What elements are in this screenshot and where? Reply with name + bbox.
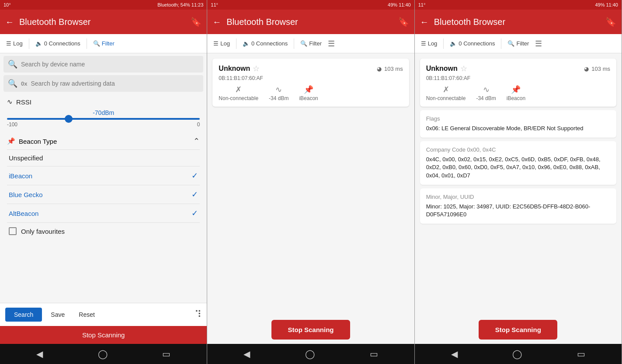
beacon-header[interactable]: 📌 Beacon Type ⌃ [7,133,200,149]
star-icon-0[interactable]: ☆ [253,64,260,73]
recents-nav-3[interactable]: ▭ [570,345,592,363]
time-3: 11:40 [606,2,618,7]
detail-type-label: iBeacon [507,95,525,101]
bookmark-icon-3[interactable]: 🔖 [605,17,616,27]
uuid-value: Minor: 1025, Major: 34987, UUID: E2C56DB… [426,203,610,218]
filter-tab-2[interactable]: 🔍 Filter [298,38,324,49]
filter-options-icon-2[interactable]: ☰ [328,39,335,49]
only-favourites-row[interactable]: Only favourites [7,222,200,239]
app-bar-1: ← Bluetooth Browser 🔖 [0,10,207,34]
connections-label-1: 0 Connections [44,40,80,47]
connections-tab-2[interactable]: 🔈 0 Connections [240,38,290,49]
beacon-type-label: Beacon Type [19,138,57,145]
beacon-item-ibeacon[interactable]: iBeacon ✓ [7,166,200,185]
battery-1: 54% [181,2,190,7]
battery-3: 49% [595,2,605,7]
filter-tab-1[interactable]: 🔍 Filter [90,38,117,49]
log-tab-3[interactable]: ☰ Log [418,38,440,49]
status-right-3: 49% 11:40 [595,2,618,7]
device-connectable-0: ✗ Non-connectable [219,85,258,101]
device-card-header-0: Unknown ☆ ◕ 103 ms [219,64,403,73]
device-signal-0: ∿ -34 dBm [269,85,288,101]
search-device-name-input[interactable] [21,61,199,68]
device-interval-0: 103 ms [384,66,403,72]
sub-toolbar-2: ☰ Log 🔈 0 Connections 🔍 Filter ☰ [207,34,414,53]
slider-track [7,118,200,120]
device-card-0[interactable]: Unknown ☆ ◕ 103 ms 0B:11:B1:07:60:AF ✗ N… [212,59,409,107]
sub-toolbar-3: ☰ Log 🔈 0 Connections 🔍 Filter ☰ [415,34,622,53]
back-nav-2[interactable]: ◀ [236,345,257,363]
beacon-altbeacon-label: AltBeacon [9,210,38,217]
stop-scanning-button-2[interactable]: Stop Scanning [271,320,350,340]
connections-tab-1[interactable]: 🔈 0 Connections [33,38,83,49]
save-button[interactable]: Save [45,308,70,322]
status-bar-1: 10° Bluetooth; 54% 11:23 [0,0,207,10]
connections-icon-1: 🔈 [35,40,42,47]
log-tab-2[interactable]: ☰ Log [211,38,233,49]
rssi-label: ∿ RSSI [7,98,200,106]
beacon-ibeacon-label: iBeacon [9,172,32,180]
back-button-3[interactable]: ← [420,17,429,27]
divider-1a [29,38,29,49]
status-temp-2: 11° [211,2,218,7]
reset-button[interactable]: Reset [73,308,100,322]
recents-nav-2[interactable]: ▭ [363,345,385,363]
back-nav-1[interactable]: ◀ [29,345,50,363]
home-nav-2[interactable]: ◯ [298,345,322,363]
detail-wifi-icon: ∿ [483,85,490,94]
device-list: Unknown ☆ ◕ 103 ms 0B:11:B1:07:60:AF ✗ N… [207,53,414,315]
detail-star-icon[interactable]: ☆ [460,64,467,73]
status-bar-3: 11° 49% 11:40 [415,0,622,10]
app-bar-title-2: Bluetooth Browser [226,17,393,27]
device-header-right-0: ◕ 103 ms [377,66,403,72]
favourites-checkbox[interactable] [9,227,17,235]
home-nav-3[interactable]: ◯ [505,345,529,363]
bluetooth-prop-icon-0: ✗ [235,85,242,94]
device-type-0: 📌 iBeacon [299,85,318,101]
favourites-label: Only favourites [21,228,65,235]
bookmark-icon-2[interactable]: 🔖 [398,17,409,27]
log-tab-1[interactable]: ☰ Log [3,38,25,49]
flags-title: Flags [426,115,610,122]
recents-nav-1[interactable]: ▭ [155,345,177,363]
connections-tab-3[interactable]: 🔈 0 Connections [447,38,497,49]
chevron-up-icon[interactable]: ⌃ [193,136,200,146]
filter-label-3: Filter [516,40,529,47]
search-device-name-row[interactable]: 🔍 [3,56,203,73]
status-temp-1: 10° [3,2,11,7]
rssi-slider[interactable] [7,118,200,120]
divider-2a [236,38,236,49]
detail-device-card[interactable]: Unknown ☆ ◕ 103 ms 0B:11:B1:07:60:AF ✗ N… [420,59,616,107]
divider-1b [87,38,87,49]
beacon-bluegecko-label: Blue Gecko [9,191,43,198]
slider-labels: -100 0 [7,121,200,128]
log-icon-3: ☰ [421,40,426,47]
back-nav-3[interactable]: ◀ [444,345,465,363]
detail-signal: ∿ -34 dBm [476,85,496,101]
search-button[interactable]: Search [5,308,42,322]
location-icon: 📌 [7,137,15,145]
back-button-1[interactable]: ← [5,17,14,27]
close-filter-button[interactable]: ⠹ [195,309,202,320]
detail-section: Flags 0x06: LE General Discoverable Mode… [415,107,622,315]
divider-2b [294,38,294,49]
stop-scanning-button-3[interactable]: Stop Scanning [479,320,557,340]
filter-options-icon-3[interactable]: ☰ [535,39,542,49]
filter-label-2: Filter [309,40,322,47]
device-props-0: ✗ Non-connectable ∿ -34 dBm 📌 iBeacon [219,85,403,101]
beacon-item-altbeacon[interactable]: AltBeacon ✓ [7,204,200,222]
log-label-3: Log [428,40,438,47]
divider-3a [443,38,444,49]
filter-tab-3[interactable]: 🔍 Filter [505,38,532,49]
beacon-item-unspecified[interactable]: Unspecified [7,149,200,166]
beacon-unspecified-label: Unspecified [9,154,43,162]
back-button-2[interactable]: ← [212,17,221,27]
connections-label-3: 0 Connections [459,40,495,47]
home-nav-1[interactable]: ◯ [91,345,115,363]
beacon-item-bluegecko[interactable]: Blue Gecko ✓ [7,185,200,204]
stop-scanning-overlay-1[interactable]: Stop Scanning [0,326,207,344]
status-temp-3: 11° [418,2,426,7]
search-raw-data-input[interactable] [31,80,199,87]
bookmark-icon-1[interactable]: 🔖 [191,17,202,27]
search-raw-data-row[interactable]: 🔍 0x [3,75,203,92]
